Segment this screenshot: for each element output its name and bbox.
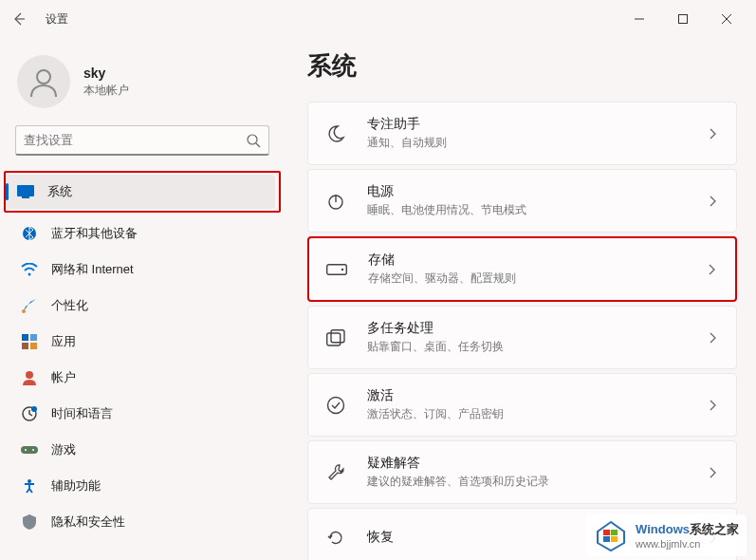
nav-item-network[interactable]: 网络和 Internet <box>9 252 275 287</box>
nav-label: 帐户 <box>51 369 76 386</box>
svg-rect-9 <box>30 334 37 341</box>
svg-point-14 <box>31 406 37 412</box>
nav-item-apps[interactable]: 应用 <box>9 325 275 359</box>
card-title: 疑难解答 <box>367 455 706 472</box>
card-storage[interactable]: 存储 存储空间、驱动器、配置规则 <box>307 236 737 302</box>
svg-rect-26 <box>611 530 618 535</box>
card-title: 激活 <box>367 387 706 404</box>
svg-point-1 <box>37 70 50 84</box>
card-subtitle: 建议的疑难解答、首选项和历史记录 <box>367 474 706 490</box>
card-title: 电源 <box>367 183 706 200</box>
svg-point-16 <box>25 449 27 451</box>
svg-rect-23 <box>331 329 344 342</box>
svg-point-24 <box>328 397 344 413</box>
search-input[interactable] <box>24 133 246 147</box>
close-button[interactable] <box>705 4 748 34</box>
bluetooth-icon <box>21 225 38 242</box>
svg-rect-27 <box>603 536 610 542</box>
card-multitasking[interactable]: 多任务处理 贴靠窗口、桌面、任务切换 <box>307 306 737 369</box>
back-button[interactable] <box>8 8 30 30</box>
chevron-right-icon <box>706 195 719 208</box>
card-subtitle: 通知、自动规则 <box>367 135 706 151</box>
nav-item-personalization[interactable]: 个性化 <box>9 289 275 323</box>
svg-rect-4 <box>22 196 29 198</box>
close-icon <box>722 14 731 24</box>
card-activation[interactable]: 激活 激活状态、订阅、产品密钥 <box>307 373 737 437</box>
nav-item-accounts[interactable]: 帐户 <box>9 361 275 395</box>
watermark-url: www.bjjmlv.cn <box>636 538 739 550</box>
nav-label: 网络和 Internet <box>51 261 134 278</box>
nav-item-privacy[interactable]: 隐私和安全性 <box>9 505 275 539</box>
gamepad-icon <box>21 441 38 458</box>
wrench-icon <box>325 462 346 483</box>
minimize-button[interactable] <box>618 4 661 34</box>
user-type: 本地帐户 <box>83 83 129 99</box>
svg-rect-15 <box>21 446 38 454</box>
nav-label: 蓝牙和其他设备 <box>51 225 138 242</box>
chevron-right-icon <box>706 331 719 345</box>
svg-point-2 <box>248 135 257 144</box>
page-title: 系统 <box>307 49 737 83</box>
card-text: 专注助手 通知、自动规则 <box>367 116 706 151</box>
svg-point-21 <box>341 268 343 270</box>
svg-rect-25 <box>603 530 610 535</box>
storage-icon <box>326 259 347 280</box>
person-icon <box>27 65 61 99</box>
chevron-right-icon <box>706 399 719 412</box>
arrow-left-icon <box>11 11 27 27</box>
account-icon <box>21 369 38 386</box>
chevron-right-icon <box>706 127 719 140</box>
card-title: 存储 <box>368 252 705 269</box>
nav-label: 系统 <box>47 183 72 200</box>
nav-item-system[interactable]: 系统 <box>6 175 275 209</box>
wifi-icon <box>21 261 38 278</box>
avatar <box>17 55 70 108</box>
window-controls <box>618 4 748 34</box>
maximize-button[interactable] <box>661 4 705 34</box>
apps-icon <box>21 333 38 350</box>
card-text: 多任务处理 贴靠窗口、桌面、任务切换 <box>367 320 706 355</box>
card-focus-assist[interactable]: 专注助手 通知、自动规则 <box>307 102 737 165</box>
card-text: 疑难解答 建议的疑难解答、首选项和历史记录 <box>367 455 706 490</box>
nav-item-accessibility[interactable]: 辅助功能 <box>9 469 275 503</box>
svg-point-17 <box>32 449 34 451</box>
svg-rect-10 <box>22 343 28 349</box>
search-icon <box>246 133 261 148</box>
recovery-icon <box>325 528 346 549</box>
nav-label: 辅助功能 <box>51 477 101 495</box>
nav-label: 时间和语言 <box>51 405 113 422</box>
windows-logo-icon <box>594 518 628 552</box>
svg-rect-8 <box>22 334 28 341</box>
watermark-text: Windows系统之家 www.bjjmlv.cn <box>636 521 739 550</box>
titlebar: 设置 <box>0 0 756 38</box>
card-power[interactable]: 电源 睡眠、电池使用情况、节电模式 <box>307 169 737 233</box>
titlebar-left: 设置 <box>8 8 68 30</box>
nav-label: 游戏 <box>51 441 76 458</box>
accessibility-icon <box>21 477 38 495</box>
card-text: 电源 睡眠、电池使用情况、节电模式 <box>367 183 706 218</box>
nav-item-bluetooth[interactable]: 蓝牙和其他设备 <box>9 216 275 251</box>
shield-icon <box>21 513 38 531</box>
check-icon <box>325 395 346 416</box>
svg-point-7 <box>22 309 26 313</box>
svg-rect-3 <box>17 185 34 196</box>
svg-rect-22 <box>327 333 341 345</box>
nav-item-gaming[interactable]: 游戏 <box>9 433 275 467</box>
clock-icon <box>21 405 38 422</box>
card-text: 存储 存储空间、驱动器、配置规则 <box>368 252 705 287</box>
moon-icon <box>325 123 346 144</box>
search-wrap <box>0 125 285 171</box>
svg-point-18 <box>28 479 31 483</box>
window-title: 设置 <box>46 11 68 28</box>
card-subtitle: 睡眠、电池使用情况、节电模式 <box>367 202 706 218</box>
card-subtitle: 激活状态、订阅、产品密钥 <box>367 406 706 422</box>
user-section[interactable]: sky 本地帐户 <box>0 46 285 125</box>
watermark-brand: Windows系统之家 <box>636 521 739 538</box>
svg-rect-0 <box>679 15 688 24</box>
search-box[interactable] <box>15 125 269 156</box>
nav-item-time[interactable]: 时间和语言 <box>9 397 275 431</box>
brush-icon <box>21 297 38 314</box>
card-troubleshoot[interactable]: 疑难解答 建议的疑难解答、首选项和历史记录 <box>307 440 737 504</box>
card-title: 专注助手 <box>367 116 706 133</box>
power-icon <box>325 191 346 212</box>
